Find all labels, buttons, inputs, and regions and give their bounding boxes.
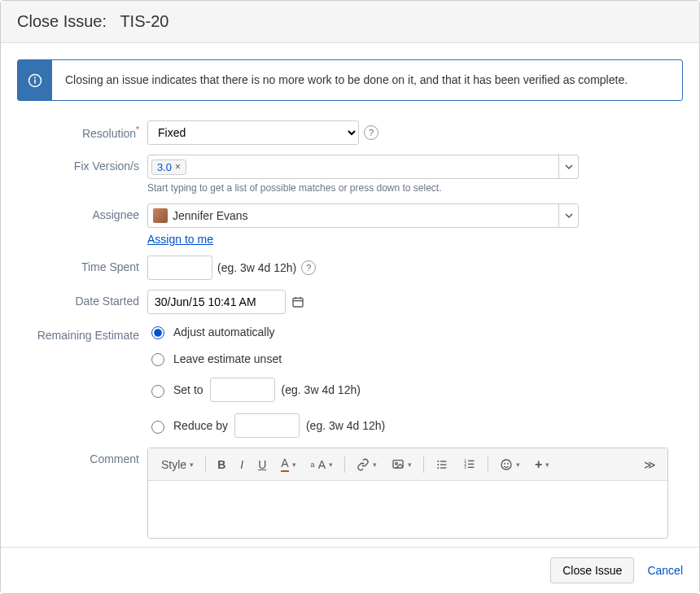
toolbar-separator [423, 456, 424, 473]
calendar-icon[interactable] [291, 295, 305, 309]
svg-point-8 [396, 462, 398, 465]
svg-point-22 [505, 463, 505, 464]
estimate-radio-reduce-by[interactable]: Reduce by (eg. 3w 4d 12h) [147, 413, 683, 438]
estimate-radio-leave[interactable]: Leave estimate unset [147, 351, 683, 366]
toolbar-style-button[interactable]: Style ▾ [155, 455, 200, 474]
svg-rect-20 [468, 466, 474, 467]
comment-editor: Style ▾ B I U A ▾ aA ▾ [147, 448, 668, 539]
assignee-label: Assignee [17, 203, 147, 221]
remaining-estimate-label: Remaining Estimate [17, 324, 147, 342]
estimate-radio-input-set-to[interactable] [151, 385, 164, 398]
svg-point-2 [35, 76, 36, 77]
resolution-select[interactable]: Fixed [147, 120, 359, 145]
close-issue-dialog: Close Issue: TIS-20 Closing an issue ind… [0, 0, 700, 594]
info-icon [18, 60, 52, 100]
info-banner-text: Closing an issue indicates that there is… [52, 60, 641, 100]
dialog-footer: Close Issue Cancel [1, 547, 699, 593]
svg-text:3: 3 [464, 465, 466, 470]
time-spent-input[interactable] [147, 256, 212, 280]
estimate-radio-adjust[interactable]: Adjust automatically [147, 324, 683, 339]
editor-toolbar: Style ▾ B I U A ▾ aA ▾ [148, 448, 667, 481]
fix-versions-dropdown-icon[interactable] [558, 155, 578, 178]
svg-point-9 [437, 461, 439, 462]
estimate-reduce-by-input[interactable] [234, 413, 300, 438]
assignee-dropdown-icon[interactable] [558, 204, 578, 227]
info-banner: Closing an issue indicates that there is… [17, 59, 683, 101]
toolbar-italic-button[interactable]: I [234, 455, 250, 474]
dialog-header: Close Issue: TIS-20 [1, 1, 699, 43]
dialog-title: Close Issue: TIS-20 [17, 12, 168, 30]
assign-to-me-link[interactable]: Assign to me [147, 233, 683, 246]
svg-point-11 [437, 464, 439, 465]
estimate-radio-input-reduce-by[interactable] [151, 421, 164, 434]
svg-point-13 [437, 467, 439, 469]
toolbar-separator [344, 456, 345, 473]
estimate-reduce-by-example: (eg. 3w 4d 12h) [306, 419, 385, 432]
toolbar-clear-format-button[interactable]: aA ▾ [304, 455, 339, 474]
dialog-title-prefix: Close Issue: [17, 12, 107, 30]
toolbar-bold-button[interactable]: B [211, 455, 232, 474]
chevron-down-icon: ▾ [545, 461, 549, 469]
chevron-down-icon: ▾ [292, 461, 296, 469]
required-indicator: * [136, 125, 139, 134]
svg-point-23 [508, 463, 509, 464]
chevron-down-icon: ▾ [190, 461, 194, 469]
comment-row: Comment Style ▾ B I U A ▾ [17, 448, 683, 539]
estimate-radio-label-set-to: Set to [173, 383, 203, 396]
svg-rect-3 [293, 298, 303, 307]
chip-remove-icon[interactable]: × [175, 161, 181, 173]
chevron-down-icon: ▾ [329, 461, 333, 469]
fix-version-chip: 3.0 × [151, 159, 186, 175]
remaining-estimate-row: Remaining Estimate Adjust automatically … [17, 324, 683, 438]
fix-version-chip-label: 3.0 [157, 161, 172, 173]
fix-versions-row: Fix Version/s 3.0 × Start typing to get … [17, 155, 683, 194]
time-spent-label: Time Spent [17, 256, 147, 273]
toolbar-more-button[interactable]: + ▾ [528, 454, 556, 475]
toolbar-underline-button[interactable]: U [252, 455, 273, 474]
toolbar-bullet-list-button[interactable] [429, 455, 455, 474]
assignee-avatar [153, 208, 168, 223]
toolbar-emoji-button[interactable]: ▾ [493, 455, 527, 474]
chevron-down-icon: ▾ [408, 461, 412, 469]
close-issue-button[interactable]: Close Issue [550, 557, 634, 583]
estimate-radio-set-to[interactable]: Set to (eg. 3w 4d 12h) [147, 378, 683, 402]
dialog-body[interactable]: Closing an issue indicates that there is… [1, 43, 699, 547]
time-spent-row: Time Spent (eg. 3w 4d 12h) ? [17, 256, 683, 280]
svg-rect-14 [440, 467, 446, 468]
toolbar-separator [488, 456, 488, 473]
toolbar-numbered-list-button[interactable]: 123 [457, 455, 483, 474]
chevron-down-icon: ▾ [373, 461, 377, 469]
date-started-label: Date Started [17, 290, 147, 308]
fix-versions-label: Fix Version/s [17, 155, 147, 173]
fix-versions-select[interactable]: 3.0 × [147, 155, 579, 179]
toolbar-text-color-button[interactable]: A ▾ [274, 453, 302, 475]
dialog-issue-key: TIS-20 [120, 12, 168, 30]
comment-label: Comment [17, 448, 147, 465]
svg-rect-10 [440, 461, 446, 461]
time-spent-help-icon[interactable]: ? [301, 260, 316, 275]
comment-textarea[interactable] [148, 481, 667, 538]
estimate-radio-input-leave[interactable] [151, 353, 164, 366]
svg-rect-12 [440, 464, 446, 465]
resolution-row: Resolution* Fixed ? [17, 120, 683, 145]
date-started-input[interactable] [147, 290, 286, 314]
svg-point-21 [501, 460, 511, 470]
resolution-label: Resolution* [17, 120, 147, 140]
estimate-radio-input-adjust[interactable] [151, 326, 164, 339]
estimate-set-to-input[interactable] [210, 378, 275, 402]
date-started-row: Date Started [17, 290, 683, 314]
toolbar-link-button[interactable]: ▾ [350, 455, 383, 474]
time-spent-example: (eg. 3w 4d 12h) [217, 261, 296, 274]
assignee-name: Jennifer Evans [173, 209, 248, 222]
svg-rect-16 [468, 460, 474, 461]
toolbar-image-button[interactable]: ▾ [385, 455, 418, 474]
estimate-radio-label-adjust: Adjust automatically [173, 325, 275, 338]
fix-versions-hint: Start typing to get a list of possible m… [147, 182, 683, 194]
estimate-radio-label-reduce-by: Reduce by [173, 419, 228, 432]
chevron-down-icon: ▾ [516, 461, 520, 469]
resolution-help-icon[interactable]: ? [364, 125, 378, 140]
cancel-button[interactable]: Cancel [647, 564, 683, 577]
toolbar-expand-button[interactable]: ≫ [637, 455, 661, 474]
estimate-set-to-example: (eg. 3w 4d 12h) [282, 383, 361, 396]
assignee-select[interactable]: Jennifer Evans [147, 203, 579, 228]
